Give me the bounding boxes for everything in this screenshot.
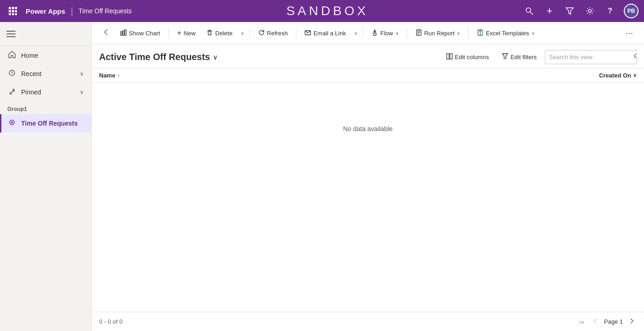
toolbar: Show Chart + New Delete ∨ (92, 22, 644, 44)
refresh-button[interactable]: Refresh (254, 27, 293, 40)
record-count: 0 - 0 of 0 (99, 318, 122, 325)
col-name-label: Name (99, 72, 115, 79)
separator: | (71, 6, 73, 17)
svg-point-12 (588, 10, 591, 12)
svg-rect-0 (9, 7, 11, 9)
no-data-message: No data available (92, 83, 644, 175)
run-report-button[interactable]: Run Report ∨ (411, 27, 465, 40)
delete-chevron-icon: ∨ (241, 31, 244, 36)
svg-rect-15 (121, 32, 122, 35)
email-chevron-button[interactable]: ∨ (352, 28, 359, 39)
separator-1 (168, 28, 169, 39)
new-icon: + (177, 29, 181, 37)
delete-label: Delete (215, 30, 233, 37)
prev-page-button[interactable] (590, 316, 600, 327)
filter-icon[interactable] (563, 5, 576, 17)
edit-filters-button[interactable]: Edit filters (497, 50, 541, 64)
pagination: ⏮ Page 1 (577, 316, 637, 327)
svg-point-32 (634, 54, 637, 58)
delete-icon (206, 29, 213, 37)
email-link-label: Email a Link (313, 30, 346, 37)
refresh-label: Refresh (267, 30, 288, 37)
svg-rect-7 (12, 13, 14, 15)
svg-rect-19 (373, 33, 376, 35)
sidebar-item-time-off-requests[interactable]: Time Off Requests (0, 114, 91, 132)
excel-templates-label: Excel Templates (486, 30, 529, 37)
edit-filters-icon (502, 53, 508, 61)
settings-icon[interactable] (583, 5, 596, 17)
show-chart-label: Show Chart (129, 30, 160, 37)
separator-5 (407, 28, 407, 39)
first-page-button[interactable]: ⏮ (577, 316, 587, 327)
edit-columns-label: Edit columns (455, 54, 489, 61)
sidebar-item-recent[interactable]: Recent ∨ (0, 65, 91, 83)
next-page-button[interactable] (627, 316, 637, 327)
pinned-chevron-icon: ∨ (80, 89, 84, 95)
sidebar-top (0, 22, 91, 46)
edit-filters-label: Edit filters (511, 54, 537, 61)
email-link-icon (305, 29, 311, 37)
help-icon[interactable]: ? (604, 5, 616, 17)
search-input[interactable] (545, 51, 630, 63)
new-button[interactable]: + New (172, 26, 200, 40)
time-off-icon (7, 119, 17, 128)
created-on-sort-icon: ∨ (633, 72, 637, 78)
svg-marker-31 (502, 54, 508, 59)
flow-label: Flow (380, 30, 393, 37)
app-name: Power Apps (26, 7, 65, 15)
first-page-icon: ⏮ (578, 318, 585, 325)
col-created-on-label: Created On (599, 72, 631, 79)
more-button[interactable]: ⋯ (622, 26, 637, 40)
svg-rect-8 (15, 13, 17, 15)
add-icon[interactable]: + (543, 5, 556, 17)
email-link-button[interactable]: Email a Link (300, 27, 350, 40)
sidebar-item-pinned[interactable]: Pinned ∨ (0, 83, 91, 101)
refresh-icon (258, 29, 265, 37)
col-name-header[interactable]: Name ↑ (99, 72, 545, 79)
svg-rect-16 (123, 31, 124, 35)
table-area: Name ↑ Created On ∨ No data available (92, 68, 644, 312)
separator-4 (363, 28, 363, 39)
separator-6 (468, 28, 469, 39)
flow-button[interactable]: Flow ∨ (367, 27, 403, 40)
sort-asc-icon: ↑ (117, 73, 120, 78)
svg-rect-5 (15, 10, 17, 12)
sidebar-pinned-label: Pinned (21, 88, 41, 96)
page-label: Page 1 (604, 318, 623, 325)
edit-columns-button[interactable]: Edit columns (442, 50, 494, 64)
sandbox-label: SANDBOX (286, 4, 368, 18)
excel-chevron-icon: ∨ (532, 31, 535, 36)
view-actions: Edit columns Edit filters (442, 50, 637, 64)
delete-button[interactable]: Delete (202, 27, 237, 40)
sidebar-hamburger[interactable] (4, 27, 18, 41)
sidebar-recent-label: Recent (21, 70, 41, 77)
view-title-chevron-icon[interactable]: ∨ (213, 54, 217, 61)
svg-point-9 (526, 8, 531, 12)
waffle-menu[interactable] (6, 4, 20, 18)
sidebar-item-home[interactable]: Home (0, 46, 91, 65)
flow-chevron-icon: ∨ (395, 31, 399, 36)
back-button[interactable] (99, 26, 114, 40)
svg-rect-29 (447, 54, 449, 59)
avatar[interactable]: PB (624, 4, 638, 18)
sidebar-group-label: Group1 (0, 101, 91, 114)
svg-marker-11 (566, 8, 573, 14)
top-bar-page-title: Time Off Requests (78, 7, 132, 15)
search-icon[interactable] (523, 5, 536, 17)
search-box-icon[interactable] (630, 50, 637, 64)
excel-templates-button[interactable]: Excel Templates ∨ (472, 27, 539, 40)
svg-rect-6 (9, 13, 11, 15)
sidebar-home-label: Home (21, 52, 38, 59)
flow-icon (372, 29, 378, 37)
run-report-label: Run Report (424, 30, 455, 37)
col-created-on-header[interactable]: Created On ∨ (545, 72, 637, 79)
view-header: Active Time Off Requests ∨ Edit columns (92, 44, 644, 68)
show-chart-button[interactable]: Show Chart (116, 27, 165, 40)
email-chevron-icon: ∨ (354, 31, 357, 36)
show-chart-icon (120, 29, 127, 37)
separator-2 (250, 28, 250, 39)
view-title-text: Active Time Off Requests (99, 52, 210, 62)
view-title: Active Time Off Requests ∨ (99, 52, 217, 62)
delete-chevron-button[interactable]: ∨ (239, 28, 246, 39)
home-icon (7, 51, 17, 60)
